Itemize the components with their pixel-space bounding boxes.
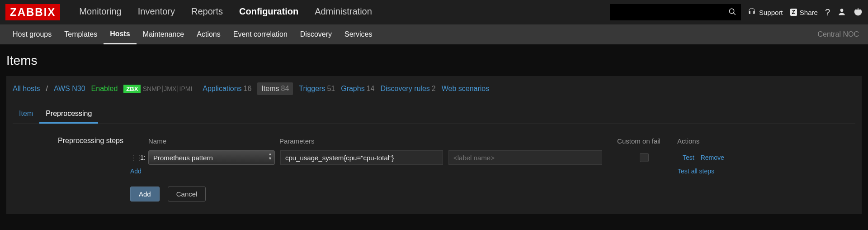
subnav-hosts[interactable]: Hosts (104, 24, 136, 44)
context-label: Central NOC (817, 30, 862, 38)
add-button[interactable]: Add (130, 187, 160, 201)
search-input[interactable] (614, 9, 728, 16)
form-row-steps: Preprocessing steps Name Parameters Cust… (13, 135, 855, 201)
top-nav: ZABBIX Monitoring Inventory Reports Conf… (0, 0, 868, 24)
content-box: All hosts / AWS N30 Enabled ZBX SNMP|JMX… (6, 76, 862, 214)
menu-reports[interactable]: Reports (183, 0, 231, 24)
proto-snmp: SNMP (143, 85, 161, 92)
tab-item[interactable]: Item (13, 106, 39, 124)
form-body: Name Parameters Custom on fail Actions ⋮… (130, 135, 855, 201)
cancel-button[interactable]: Cancel (168, 187, 206, 201)
subnav-event-correlation[interactable]: Event correlation (227, 24, 294, 44)
col-actions: Actions (673, 137, 745, 145)
page-title: Items (6, 53, 862, 68)
tab-preprocessing[interactable]: Preprocessing (39, 106, 98, 124)
menu-administration[interactable]: Administration (307, 0, 380, 24)
sub-nav: Host groups Templates Hosts Maintenance … (0, 24, 868, 44)
subnav-host-groups[interactable]: Host groups (6, 24, 58, 44)
subnav-actions[interactable]: Actions (190, 24, 226, 44)
section-discovery-rules[interactable]: Discovery rules2 (380, 85, 435, 93)
col-params: Parameters (279, 137, 605, 145)
step-row: ⋮⋮ 1: Prometheus pattern ▲▼ Test Remove (130, 150, 855, 165)
link-test-all-steps[interactable]: Test all steps (678, 168, 714, 175)
link-add-step[interactable]: Add (130, 168, 142, 175)
svg-point-2 (840, 9, 844, 12)
status-enabled: Enabled (91, 85, 118, 93)
step-type-select[interactable]: Prometheus pattern ▲▼ (148, 150, 275, 165)
help-button[interactable]: ? (825, 7, 830, 18)
support-label: Support (759, 9, 783, 16)
search-box[interactable] (610, 4, 741, 20)
support-link[interactable]: Support (747, 7, 783, 18)
link-all-hosts[interactable]: All hosts (13, 85, 40, 93)
menu-configuration[interactable]: Configuration (231, 0, 307, 24)
share-link[interactable]: Z Share (790, 9, 818, 16)
page: Items All hosts / AWS N30 Enabled ZBX SN… (0, 44, 868, 220)
subnav-templates[interactable]: Templates (58, 24, 104, 44)
section-applications[interactable]: Applications16 (203, 85, 251, 93)
link-host[interactable]: AWS N30 (54, 85, 85, 93)
label-preprocessing-steps: Preprocessing steps (13, 135, 130, 145)
subnav-maintenance[interactable]: Maintenance (137, 24, 191, 44)
custom-on-fail-checkbox[interactable] (640, 153, 649, 162)
menu-monitoring[interactable]: Monitoring (71, 0, 129, 24)
svg-line-1 (733, 13, 736, 15)
col-name: Name (130, 137, 279, 145)
section-items[interactable]: Items84 (257, 82, 293, 95)
menu-inventory[interactable]: Inventory (130, 0, 183, 24)
crumb-sep: / (46, 85, 47, 93)
column-headers: Name Parameters Custom on fail Actions (130, 135, 855, 147)
step-type-value: Prometheus pattern (153, 154, 213, 162)
logo[interactable]: ZABBIX (5, 4, 60, 20)
share-label: Share (800, 9, 818, 16)
proto-jmx: JMX (164, 85, 176, 92)
subnav-services[interactable]: Services (338, 24, 378, 44)
headset-icon (747, 7, 756, 18)
proto-group: ZBX SNMP|JMX|IPMI (123, 85, 192, 93)
section-triggers[interactable]: Triggers51 (299, 85, 335, 93)
proto-ipmi: IPMI (179, 85, 193, 92)
z-badge: Z (790, 9, 797, 16)
svg-point-0 (729, 9, 734, 14)
toolbar-right: Support Z Share ? (747, 7, 863, 18)
tabs: Item Preprocessing (13, 106, 855, 124)
param2-input[interactable] (448, 150, 602, 165)
col-custom: Custom on fail (605, 137, 673, 145)
power-button[interactable] (854, 7, 863, 18)
section-web-scenarios[interactable]: Web scenarios (442, 85, 490, 93)
link-remove-step[interactable]: Remove (701, 154, 724, 161)
help-icon: ? (825, 7, 830, 18)
proto-zbx[interactable]: ZBX (123, 85, 141, 93)
power-icon (854, 7, 863, 18)
user-icon (837, 7, 846, 18)
main-menu: Monitoring Inventory Reports Configurati… (71, 0, 380, 24)
subnav-discovery[interactable]: Discovery (294, 24, 338, 44)
search-icon[interactable] (728, 8, 736, 17)
button-row: Add Cancel (130, 187, 855, 201)
breadcrumb: All hosts / AWS N30 Enabled ZBX SNMP|JMX… (13, 82, 855, 95)
step-number: 1: (138, 154, 148, 161)
link-test-step[interactable]: Test (683, 154, 694, 161)
drag-handle-icon[interactable]: ⋮⋮ (130, 153, 138, 162)
chevron-updown-icon: ▲▼ (268, 152, 272, 160)
param1-input[interactable] (280, 150, 443, 165)
section-graphs[interactable]: Graphs14 (341, 85, 374, 93)
user-button[interactable] (837, 7, 846, 18)
